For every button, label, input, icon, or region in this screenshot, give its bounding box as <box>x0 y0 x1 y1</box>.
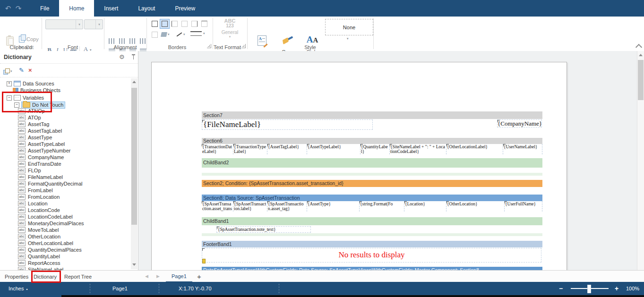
scroll-up-icon[interactable] <box>132 81 136 83</box>
pin-icon[interactable] <box>131 54 136 60</box>
page-tab-page1[interactable]: Page1 <box>166 271 192 282</box>
section8-cell-6[interactable]: {Location} <box>404 201 447 212</box>
tab-report-tree[interactable]: Report Tree <box>64 271 92 282</box>
text-rotation-icon[interactable] <box>140 38 147 44</box>
variable-item-MonetaryDecimalPlaces[interactable]: abcMonetaryDecimalPlaces <box>0 220 138 227</box>
variable-item-QuantityLabel[interactable]: abcQuantityLabel <box>0 253 138 260</box>
variable-item-AssetType[interactable]: abcAssetType <box>0 134 138 141</box>
redo-icon[interactable]: ↷ <box>13 0 24 17</box>
border-none-button[interactable] <box>180 19 189 29</box>
canvas-scrollbar[interactable] <box>637 51 644 270</box>
undo-icon[interactable]: ↶ <box>3 0 13 17</box>
collapse-icon[interactable]: − <box>7 95 12 101</box>
section8-cell-7[interactable]: {OtherLocation} <box>447 201 505 212</box>
align-top-icon[interactable] <box>109 38 115 44</box>
band-header-section8[interactable]: Section8; Data Source: SpAssetTransactio… <box>202 195 542 201</box>
section6-cell-2[interactable]: {TransactionTypeLabel} <box>233 144 267 154</box>
ribbon-tab-layout[interactable]: Layout <box>128 0 165 17</box>
tree-node-data-sources[interactable]: + Data Sources <box>0 80 54 87</box>
border-right-button[interactable] <box>189 19 199 29</box>
font-size-combobox[interactable]: ▾ <box>84 19 103 29</box>
ribbon-tab-home[interactable]: Home <box>59 0 94 17</box>
variable-item-FormatQuantityDecimal[interactable]: abcFormatQuantityDecimal <box>0 180 138 187</box>
border-color-button[interactable]: ▾ <box>176 31 185 38</box>
border-all-button[interactable] <box>150 19 160 29</box>
delete-item-icon[interactable]: × <box>28 67 32 74</box>
variable-item-MoveToLabel[interactable]: abcMoveToLabel <box>0 227 138 233</box>
variable-item-LocationCode[interactable]: abcLocationCode <box>0 207 138 213</box>
units-selector[interactable]: Inches ▴ <box>9 282 27 295</box>
align-middle-icon[interactable] <box>119 38 125 44</box>
variable-item-Location[interactable]: abcLocation <box>0 200 138 207</box>
border-outside-button[interactable] <box>160 19 170 29</box>
borders-dialog-launcher-icon[interactable] <box>207 44 211 48</box>
cell-note-text[interactable]: {SpAssetTransaction.note_text} <box>216 226 311 233</box>
border-single-button[interactable] <box>150 30 160 40</box>
page-next-icon[interactable]: ▶ <box>156 274 160 279</box>
tree-node-business-objects[interactable]: Business Objects <box>0 87 60 93</box>
text-format-dialog-launcher-icon[interactable] <box>241 44 246 48</box>
new-item-button[interactable]: ▾ <box>3 68 12 75</box>
variable-item-ATOp[interactable]: abcATOp <box>0 114 138 121</box>
section8-cell-2[interactable]: {SpAssetTransaction.label} <box>233 201 267 212</box>
page-prev-icon[interactable]: ◀ <box>145 274 148 279</box>
band-header-childband1[interactable]: ChildBand1 <box>202 217 542 225</box>
scrollbar-thumb[interactable] <box>131 88 137 225</box>
ribbon-tab-file[interactable]: File <box>30 0 59 17</box>
zoom-out-button[interactable]: − <box>559 282 563 295</box>
panel-scrollbar[interactable] <box>131 78 137 269</box>
border-top-button[interactable] <box>199 19 209 29</box>
variable-item-EndTransDate[interactable]: abcEndTransDate <box>0 161 138 167</box>
collapse-icon[interactable]: − <box>14 102 19 108</box>
variable-item-FromLocation[interactable]: abcFromLocation <box>0 194 138 200</box>
scroll-down-icon[interactable] <box>132 263 136 266</box>
variable-item-AssetTagLabel[interactable]: abcAssetTagLabel <box>0 127 138 134</box>
band-header-section7[interactable]: Section7 <box>202 111 542 119</box>
section6-cell-8[interactable]: {UserNameLabel} <box>503 144 542 154</box>
variable-item-OtherLocationLabel[interactable]: abcOtherLocationLabel <box>0 240 138 246</box>
band-header-childband2[interactable]: ChildBand2 <box>202 158 542 168</box>
cell-no-results-message[interactable]: No results to display <box>202 248 541 263</box>
section6-cell-3[interactable]: {AssetTagLabel} <box>267 144 307 154</box>
ribbon-tab-preview[interactable]: Preview <box>165 0 205 17</box>
section8-cell-5[interactable]: {string.Format(Fo <box>360 201 404 212</box>
zoom-slider-handle[interactable] <box>587 285 591 293</box>
section8-cell-8[interactable]: {UserFullName} <box>505 201 542 212</box>
tree-node-variables[interactable]: − ··· Variables <box>0 94 44 101</box>
scrollbar-thumb[interactable] <box>638 60 644 100</box>
copy-button[interactable]: Copy <box>19 35 39 42</box>
variable-item-LocationCodeLabel[interactable]: abcLocationCodeLabel <box>0 213 138 220</box>
cell-file-name-label[interactable]: {FileNameLabel} <box>202 119 373 130</box>
edit-icon[interactable]: ✎ <box>19 67 24 74</box>
variable-item-AssetTag[interactable]: abcAssetTag <box>0 121 138 127</box>
band-header-section6[interactable]: Section6 <box>202 138 542 144</box>
tab-dictionary[interactable]: Dictionary <box>34 271 57 282</box>
variable-item-AssetTypeLabel[interactable]: abcAssetTypeLabel <box>0 141 138 147</box>
section6-cell-7[interactable]: {OtherLocationLabel} <box>447 144 503 154</box>
section8-cell-4[interactable]: {AssetType} <box>307 201 360 212</box>
design-canvas[interactable]: Section7 {FileNameLabel} {CompanyName} S… <box>138 51 637 270</box>
fill-color-button[interactable]: ▾ <box>161 31 170 38</box>
tree-node-do-not-touch[interactable]: − Do Not Touch <box>0 102 65 108</box>
variable-item-CompanyName[interactable]: abcCompanyName <box>0 154 138 161</box>
section8-cell-1[interactable]: {SpAssetTransaction.asset_trans_d <box>202 201 233 212</box>
variable-item-FromLabel[interactable]: abcFromLabel <box>0 187 138 194</box>
band-header-section2[interactable]: Section2; Condition: {SpAssetTransaction… <box>202 180 542 187</box>
ribbon-tab-insert[interactable]: Insert <box>94 0 128 17</box>
cell-company-name[interactable]: {CompanyName} <box>497 119 542 127</box>
font-name-combobox[interactable]: ▾ <box>45 19 83 29</box>
variable-item-FLOp[interactable]: abcFLOp <box>0 167 138 174</box>
text-format-button[interactable]: ABC 123 General ▾ <box>213 18 247 39</box>
chevron-down-icon[interactable]: ▾ <box>347 37 349 41</box>
section8-cell-3[interactable]: {SpAssetTransaction.asset_tag} <box>267 201 307 212</box>
variable-item-QuantityDecimalPlaces[interactable]: abcQuantityDecimalPlaces <box>0 246 138 253</box>
section6-cell-5[interactable]: {QuantityLabel} <box>361 144 390 154</box>
zoom-in-button[interactable]: + <box>615 282 618 295</box>
gear-icon[interactable]: ⚙ <box>119 53 125 60</box>
align-bottom-icon[interactable] <box>129 38 136 44</box>
variable-item-ReportAccess[interactable]: abcReportAccess <box>0 260 138 266</box>
variable-item-SiteNameLabel[interactable]: abcSiteNameLabel <box>0 266 138 270</box>
add-page-button[interactable]: + <box>197 271 201 282</box>
section6-cell-1[interactable]: {TransactionDateLabel} <box>202 144 233 154</box>
expand-icon[interactable]: + <box>7 81 12 86</box>
